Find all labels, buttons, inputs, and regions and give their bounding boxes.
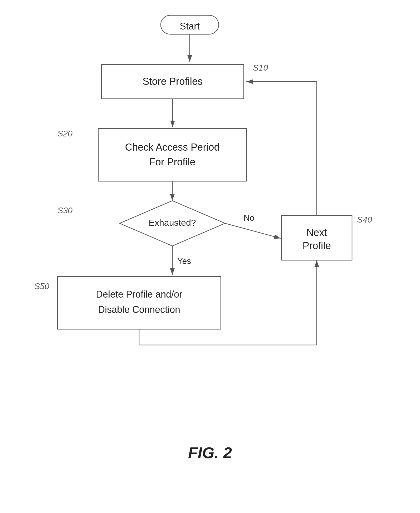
figure-label: FIG. 2 — [188, 444, 232, 462]
loop-back-arrow — [246, 82, 317, 215]
s20-step-label: S20 — [57, 129, 72, 138]
exhausted-label: Exhausted? — [149, 218, 196, 228]
check-access-label-line2: For Profile — [149, 156, 195, 167]
arrow-no-to-s40 — [225, 223, 281, 238]
no-label: No — [244, 213, 255, 223]
s10-step-label: S10 — [253, 63, 268, 72]
diagram-container: Start S10 Store Profiles S20 Check Acces… — [0, 0, 420, 513]
delete-profile-label-line1: Delete Profile and/or — [96, 289, 182, 300]
s30-step-label: S30 — [57, 206, 72, 215]
delete-profile-box — [57, 277, 221, 329]
start-label: Start — [180, 21, 200, 32]
s40-step-label: S40 — [357, 215, 372, 224]
delete-profile-label-line2: Disable Connection — [98, 304, 180, 315]
s50-step-label: S50 — [34, 282, 49, 291]
check-access-label-line1: Check Access Period — [125, 142, 219, 153]
next-profile-label-line1: Next — [306, 227, 327, 238]
next-profile-label-line2: Profile — [302, 240, 331, 251]
check-access-box — [98, 129, 246, 181]
store-profiles-label: Store Profiles — [143, 76, 203, 87]
yes-label: Yes — [177, 256, 191, 266]
